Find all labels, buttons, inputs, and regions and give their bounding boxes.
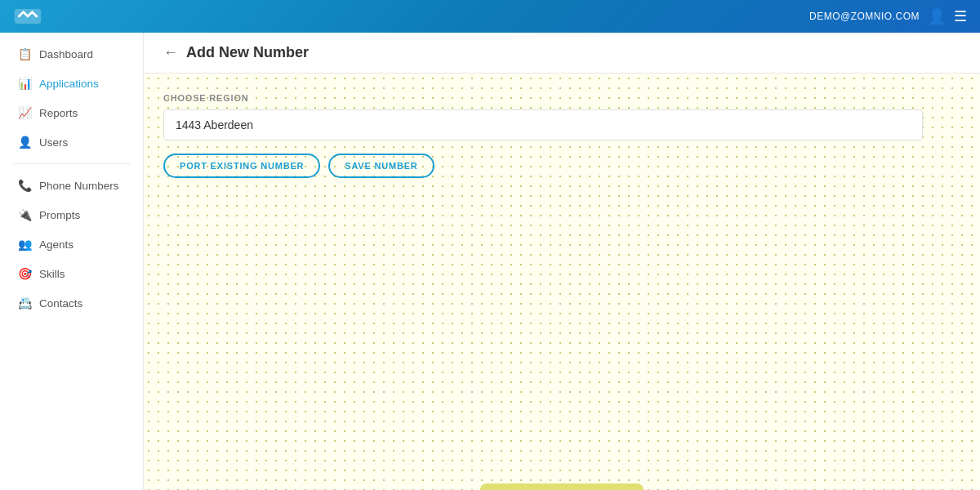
sidebar-item-label-prompts: Prompts — [39, 209, 80, 221]
main-layout: 📋 Dashboard 📊 Applications 📈 Reports 👤 U… — [0, 33, 980, 490]
sidebar-item-label-skills: Skills — [39, 268, 65, 280]
reports-icon: 📈 — [18, 106, 31, 119]
page-header: ← Add New Number — [144, 33, 980, 74]
sidebar-item-prompts[interactable]: 🔌 Prompts — [3, 200, 140, 229]
contacts-icon: 📇 — [18, 296, 31, 310]
sidebar-item-reports[interactable]: 📈 Reports — [3, 98, 140, 127]
save-number-button[interactable]: SAVE NUMBER — [328, 154, 434, 178]
sidebar-item-skills[interactable]: 🎯 Skills — [3, 259, 140, 288]
sidebar-item-label-applications: Applications — [39, 78, 99, 90]
logo[interactable] — [13, 6, 42, 27]
back-button[interactable]: ← — [163, 44, 178, 61]
sidebar-item-label-phone-numbers: Phone Numbers — [39, 180, 119, 192]
sidebar-item-users[interactable]: 👤 Users — [3, 127, 140, 157]
sidebar-item-phone-numbers[interactable]: 📞 Phone Numbers — [3, 171, 140, 200]
add-number-form: CHOOSE REGION 1443 Aberdeen PORT EXISTIN… — [163, 93, 960, 178]
region-select[interactable]: 1443 Aberdeen — [163, 109, 923, 140]
topbar-right: DEMO@ZOMNIO.COM 👤 ☰ — [809, 7, 967, 25]
users-icon: 👤 — [18, 136, 31, 149]
sidebar-item-label-dashboard: Dashboard — [39, 48, 93, 60]
topbar: DEMO@ZOMNIO.COM 👤 ☰ — [0, 0, 980, 33]
sidebar-item-applications[interactable]: 📊 Applications — [3, 69, 140, 98]
form-actions: PORT EXISTING NUMBER SAVE NUMBER — [163, 154, 960, 178]
sidebar-item-label-users: Users — [39, 136, 68, 149]
user-avatar-icon[interactable]: 👤 — [928, 7, 946, 25]
region-label: CHOOSE REGION — [163, 93, 960, 103]
sidebar-item-label-reports: Reports — [39, 107, 78, 119]
page-title: Add New Number — [186, 44, 309, 61]
phone-numbers-icon: 📞 — [18, 179, 31, 192]
agents-icon: 👥 — [18, 238, 31, 251]
prompts-icon: 🔌 — [18, 208, 31, 221]
sidebar-item-agents[interactable]: 👥 Agents — [3, 229, 140, 259]
sidebar-item-dashboard[interactable]: 📋 Dashboard — [3, 39, 140, 69]
sidebar-item-label-contacts: Contacts — [39, 297, 82, 310]
content-area: ← Add New Number CHOOSE REGION 1443 Aber… — [144, 33, 980, 490]
sidebar-item-label-agents: Agents — [39, 238, 74, 251]
skills-icon: 🎯 — [18, 267, 31, 280]
dashboard-icon: 📋 — [18, 47, 31, 60]
content-body: CHOOSE REGION 1443 Aberdeen PORT EXISTIN… — [144, 74, 980, 490]
user-email: DEMO@ZOMNIO.COM — [809, 11, 920, 22]
sidebar: 📋 Dashboard 📊 Applications 📈 Reports 👤 U… — [0, 33, 144, 490]
sidebar-divider — [13, 163, 130, 164]
applications-icon: 📊 — [18, 77, 31, 90]
hamburger-menu-icon[interactable]: ☰ — [954, 7, 967, 25]
port-existing-number-button[interactable]: PORT EXISTING NUMBER — [163, 154, 320, 178]
sidebar-item-contacts[interactable]: 📇 Contacts — [3, 288, 140, 318]
bottom-bar-decoration — [480, 483, 644, 490]
